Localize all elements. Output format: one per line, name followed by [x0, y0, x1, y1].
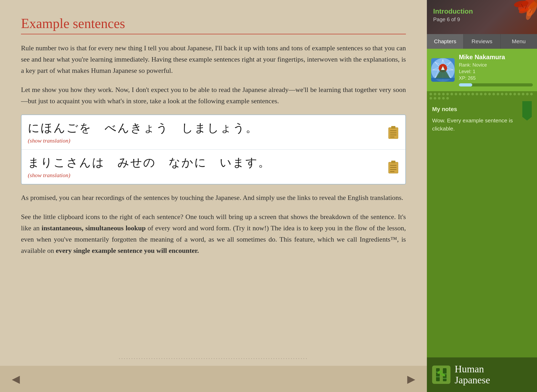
- xp-bar-container: [459, 83, 533, 86]
- note-dot: [505, 93, 508, 95]
- show-translation-2[interactable]: (show translation): [28, 172, 382, 179]
- note-dot: [450, 93, 453, 95]
- note-dot: [434, 93, 436, 95]
- svg-rect-35: [436, 368, 440, 381]
- note-dot: [526, 93, 529, 95]
- tab-chapters[interactable]: Chapters: [427, 34, 464, 49]
- svg-rect-40: [443, 378, 447, 379]
- sidebar-header: Introduction Page 6 of 9: [427, 0, 537, 34]
- main-content: Example sentences Rule number two is tha…: [0, 0, 427, 392]
- japanese-text-1[interactable]: にほんごを べんきょう しましょう。: [28, 120, 382, 136]
- note-dot: [497, 93, 499, 95]
- user-rank: Rank: Novice: [459, 62, 533, 68]
- sentence-row-1-inner: にほんごを べんきょう しましょう。 (show translation): [28, 120, 382, 144]
- page-title: Example sentences: [21, 16, 406, 31]
- paragraph-final: See the little clipboard icons to the ri…: [21, 211, 406, 257]
- note-dot: [509, 93, 512, 95]
- next-arrow[interactable]: ▶: [403, 371, 419, 387]
- note-dot: [459, 93, 461, 95]
- sidebar-tabs: Chapters Reviews Menu: [427, 34, 537, 49]
- note-dot: [438, 93, 441, 95]
- note-dot: [434, 97, 436, 100]
- note-dot: [501, 93, 503, 95]
- user-level: Level: 1: [459, 68, 533, 75]
- sidebar: Introduction Page 6 of 9 Chapters Review…: [427, 0, 537, 392]
- paragraph-after-sentences: As promised, you can hear recordings of …: [21, 192, 406, 204]
- avatar: [431, 58, 455, 82]
- note-dot: [442, 93, 445, 95]
- sentence-row-2[interactable]: まりこさんは みせの なかに います。 (show translation): [22, 150, 405, 184]
- brand-logo: [432, 366, 450, 384]
- user-xp: XP: 265: [459, 75, 533, 81]
- note-dot: [467, 93, 470, 95]
- notes-header-row: My notes: [427, 101, 537, 115]
- note-dot: [488, 93, 491, 95]
- notes-body: Wow. Every example sentence is clickable…: [427, 115, 537, 138]
- note-dot: [480, 93, 482, 95]
- note-dot: [484, 93, 487, 95]
- note-dot: [438, 97, 441, 100]
- svg-rect-39: [436, 376, 440, 377]
- prev-arrow[interactable]: ◀: [8, 371, 24, 387]
- note-dot: [492, 93, 495, 95]
- svg-rect-1: [391, 126, 395, 129]
- bottom-dots: ........................................…: [119, 354, 308, 361]
- note-dot: [518, 93, 520, 95]
- user-info: Mike Nakamura Rank: Novice Level: 1 XP: …: [459, 53, 533, 86]
- show-translation-1[interactable]: (show translation): [28, 137, 382, 144]
- note-dot: [429, 97, 432, 100]
- notes-title: My notes: [432, 106, 457, 113]
- note-dot: [455, 93, 457, 95]
- svg-rect-34: [431, 78, 455, 82]
- user-profile: Mike Nakamura Rank: Novice Level: 1 XP: …: [427, 49, 537, 91]
- note-dot: [530, 93, 533, 95]
- note-dot: [513, 93, 516, 95]
- note-dot: [429, 93, 432, 95]
- sidebar-branding: HumanJapanese: [427, 357, 537, 392]
- note-dot: [476, 93, 478, 95]
- clipboard-icon-2[interactable]: [388, 160, 399, 174]
- xp-bar-fill: [459, 83, 472, 86]
- tab-menu[interactable]: Menu: [501, 34, 537, 49]
- note-dot: [446, 97, 449, 100]
- paragraph-1: Rule number two is that for every new th…: [21, 43, 406, 77]
- clipboard-icon-1[interactable]: [388, 126, 399, 139]
- title-divider: [21, 34, 406, 34]
- nav-bar: ◀ ▶: [0, 366, 427, 392]
- brand-name: HumanJapanese: [455, 364, 490, 386]
- note-dot: [442, 97, 445, 100]
- tab-reviews[interactable]: Reviews: [464, 34, 500, 49]
- japanese-text-2[interactable]: まりこさんは みせの なかに います。: [28, 155, 382, 170]
- bookmark-ribbon: [522, 101, 532, 117]
- note-dot: [463, 93, 466, 95]
- notes-dots-top: [427, 91, 537, 101]
- sentence-row-2-inner: まりこさんは みせの なかに います。 (show translation): [28, 155, 382, 179]
- notes-section: My notes Wow. Every example sentence is …: [427, 91, 537, 358]
- paragraph-2: Let me show you how they work. Now, I do…: [21, 84, 406, 107]
- user-name: Mike Nakamura: [459, 53, 533, 61]
- note-dot: [471, 93, 474, 95]
- sentence-container[interactable]: にほんごを べんきょう しましょう。 (show translation) まり…: [21, 115, 406, 184]
- svg-rect-7: [391, 161, 395, 163]
- sentence-row-1[interactable]: にほんごを べんきょう しましょう。 (show translation): [22, 115, 405, 150]
- note-dot: [446, 93, 449, 95]
- sidebar-header-leaves: [495, 0, 537, 29]
- note-dot: [522, 93, 524, 95]
